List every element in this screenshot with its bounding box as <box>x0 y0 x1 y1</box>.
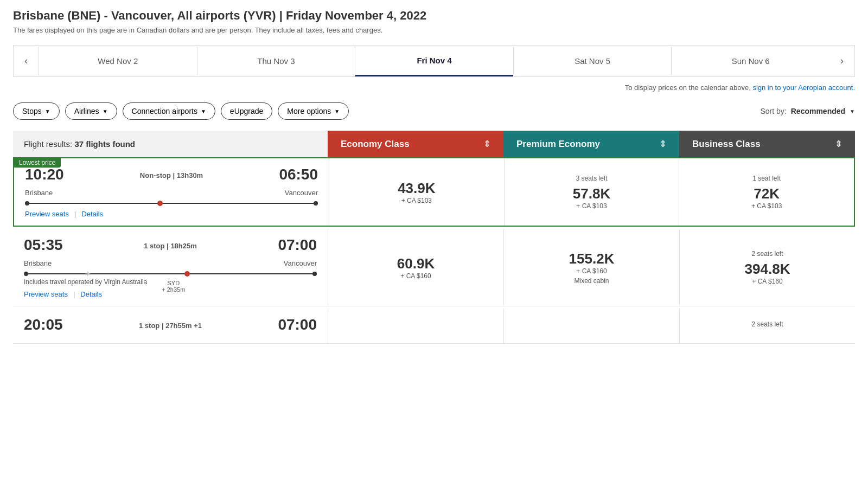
preview-seats-link-1[interactable]: Preview seats <box>24 290 68 298</box>
sort-row: Sort by: Recommended ▼ <box>760 107 855 115</box>
depart-time-0: 10:20 <box>25 166 64 183</box>
connection-airports-label: Connection airports <box>132 107 197 115</box>
prev-date-arrow[interactable]: ‹ <box>14 46 39 76</box>
next-date-arrow[interactable]: › <box>829 46 854 76</box>
aeroplan-signin-link[interactable]: sign in to your Aeroplan account. <box>752 84 855 92</box>
depart-time-1: 05:35 <box>24 236 63 254</box>
details-link-0[interactable]: Details <box>81 210 103 218</box>
flight-info-0: Lowest price 10:20 Non-stop | 13h30m 06:… <box>14 158 329 226</box>
route-dot-left-0 <box>25 201 29 206</box>
flight-info-1: 05:35 1 stop | 18h25m 07:00 Brisbane Van… <box>13 229 328 306</box>
origin-1: Brisbane <box>24 259 52 267</box>
flight-row-0: Lowest price 10:20 Non-stop | 13h30m 06:… <box>13 157 855 227</box>
links-separator-1: | <box>73 290 75 298</box>
economy-price-sub-0: + CA $103 <box>401 197 432 204</box>
date-nav-item-0[interactable]: Wed Nov 2 <box>39 47 197 75</box>
business-price-sub-1: + CA $160 <box>752 278 782 285</box>
results-label: Flight results: 37 flights found <box>13 131 328 157</box>
more-options-label: More options <box>287 107 331 115</box>
flight-row-1: 05:35 1 stop | 18h25m 07:00 Brisbane Van… <box>13 229 855 306</box>
flight-info-2: 20:05 1 stop | 27h55m +1 07:00 <box>13 309 328 343</box>
destination-1: Vancouver <box>284 259 317 267</box>
premium-economy-header[interactable]: Premium Economy ⇕ <box>503 131 679 157</box>
stops-filter[interactable]: Stops ▼ <box>13 102 60 120</box>
date-nav-item-1[interactable]: Thu Nov 3 <box>197 47 355 75</box>
sort-value: Recommended <box>791 107 845 115</box>
business-class-header[interactable]: Business Class ⇕ <box>679 131 855 157</box>
route-line-inner-0 <box>29 203 314 204</box>
economy-price-sub-1: + CA $160 <box>400 272 431 280</box>
flight-times-1: 05:35 1 stop | 18h25m 07:00 <box>24 236 317 254</box>
destination-0: Vancouver <box>285 189 318 197</box>
page-subtitle: The fares displayed on this page are in … <box>13 26 855 34</box>
economy-price-1[interactable]: 60.9K + CA $160 <box>328 229 503 306</box>
route-dot-right-1 <box>312 272 317 276</box>
sort-label: Sort by: <box>760 107 786 115</box>
more-options-filter[interactable]: More options ▼ <box>278 102 349 120</box>
economy-class-label: Economy Class <box>341 139 410 150</box>
flight-meta-0: Non-stop | 13h30m <box>140 171 203 179</box>
date-nav-item-4[interactable]: Sun Nov 6 <box>671 47 829 75</box>
more-options-arrow-icon: ▼ <box>334 108 340 114</box>
business-sort-icon[interactable]: ⇕ <box>835 139 842 149</box>
airlines-arrow-icon: ▼ <box>103 108 108 114</box>
results-label-text: Flight results: <box>24 139 72 149</box>
premium-seats-left-0: 3 seats left <box>576 175 607 182</box>
business-class-label: Business Class <box>692 139 761 150</box>
date-nav-item-3[interactable]: Sat Nov 5 <box>513 47 672 75</box>
connection-airports-filter[interactable]: Connection airports ▼ <box>123 102 215 120</box>
preview-seats-link-0[interactable]: Preview seats <box>25 210 69 218</box>
eupgrade-label: eUpgrade <box>230 107 264 115</box>
premium-price-2[interactable] <box>503 309 679 343</box>
plane-icon-1: ✈ <box>85 270 91 278</box>
aeroplan-signin-row: To display prices on the calendar above,… <box>13 84 855 92</box>
premium-economy-label: Premium Economy <box>516 139 600 150</box>
date-navigation: ‹ Wed Nov 2 Thu Nov 3 Fri Nov 4 Sat Nov … <box>13 45 855 77</box>
links-separator-0: | <box>74 210 76 218</box>
date-nav-item-2[interactable]: Fri Nov 4 <box>355 46 513 76</box>
details-link-1[interactable]: Details <box>80 290 102 298</box>
flight-meta-1: 1 stop | 18h25m <box>144 242 197 250</box>
sort-arrow-icon[interactable]: ▼ <box>850 108 855 114</box>
business-seats-left-2: 2 seats left <box>751 320 783 328</box>
premium-price-main-1: 155.2K <box>569 251 615 267</box>
page-title: Brisbane (BNE) - Vancouver, All airports… <box>13 9 855 23</box>
stops-arrow-icon: ▼ <box>45 108 50 114</box>
route-dot-right-0 <box>314 201 318 206</box>
arrive-time-1: 07:00 <box>278 236 317 254</box>
premium-sort-icon[interactable]: ⇕ <box>659 139 666 149</box>
airlines-label: Airlines <box>74 107 99 115</box>
business-price-main-0: 72K <box>754 185 780 202</box>
route-line-1: ✈ SYD + 2h35m <box>24 272 317 276</box>
route-stop-dot-1 <box>184 271 190 277</box>
mixed-cabin-1: Mixed cabin <box>574 277 609 285</box>
economy-price-main-1: 60.9K <box>397 255 435 272</box>
arrive-time-2: 07:00 <box>278 316 317 333</box>
premium-price-1[interactable]: 155.2K + CA $160 Mixed cabin <box>503 229 679 306</box>
results-count: 37 flights found <box>74 139 135 149</box>
flight-route-0: Brisbane Vancouver <box>25 189 318 197</box>
filters-row: Stops ▼ Airlines ▼ Connection airports ▼… <box>13 102 855 120</box>
eupgrade-filter[interactable]: eUpgrade <box>221 102 273 120</box>
airlines-filter[interactable]: Airlines ▼ <box>65 102 117 120</box>
premium-price-sub-0: + CA $103 <box>576 202 607 210</box>
economy-sort-icon[interactable]: ⇕ <box>483 139 490 149</box>
results-header: Flight results: 37 flights found Economy… <box>13 131 855 157</box>
premium-price-0[interactable]: 3 seats left 57.8K + CA $103 <box>504 158 679 226</box>
connection-airports-arrow-icon: ▼ <box>201 108 206 114</box>
flight-times-0: 10:20 Non-stop | 13h30m 06:50 <box>25 166 318 183</box>
premium-price-sub-1: + CA $160 <box>576 267 607 275</box>
stops-label: Stops <box>22 107 42 115</box>
business-price-2[interactable]: 2 seats left <box>679 309 855 343</box>
economy-price-0[interactable]: 43.9K + CA $103 <box>329 158 504 226</box>
route-midpoint-dot-0 <box>157 201 163 206</box>
economy-class-header[interactable]: Economy Class ⇕ <box>328 131 503 157</box>
business-price-1[interactable]: 2 seats left 394.8K + CA $160 <box>679 229 855 306</box>
economy-price-2[interactable] <box>328 309 503 343</box>
business-seats-left-1: 2 seats left <box>751 250 783 258</box>
economy-price-main-0: 43.9K <box>398 180 435 197</box>
route-stop-label-1: SYD + 2h35m <box>162 280 185 293</box>
business-price-0[interactable]: 1 seat left 72K + CA $103 <box>679 158 854 226</box>
depart-time-2: 20:05 <box>24 316 63 333</box>
aeroplan-text: To display prices on the calendar above, <box>625 84 753 92</box>
